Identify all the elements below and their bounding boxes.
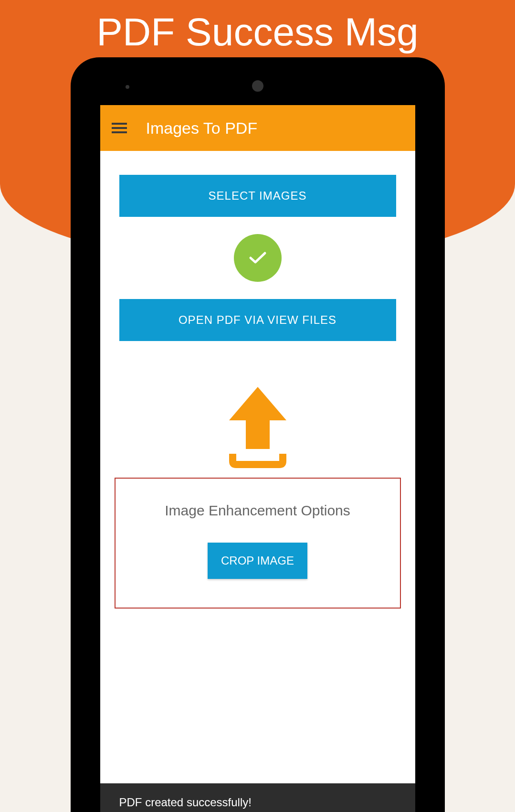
main-content: SELECT IMAGES OPEN PDF VIA VIEW FILES Im… — [100, 151, 415, 609]
phone-frame: Images To PDF SELECT IMAGES OPEN PDF VIA… — [71, 57, 445, 812]
checkmark-icon — [248, 251, 267, 265]
success-toast: PDF created successfully! — [100, 783, 415, 812]
select-images-button[interactable]: SELECT IMAGES — [119, 175, 396, 217]
promo-title: PDF Success Msg — [96, 10, 418, 54]
enhancement-options-box: Image Enhancement Options CROP IMAGE — [115, 478, 401, 609]
app-bar: Images To PDF — [100, 105, 415, 151]
enhancement-title: Image Enhancement Options — [125, 502, 390, 519]
app-screen: Images To PDF SELECT IMAGES OPEN PDF VIA… — [100, 105, 415, 812]
upload-arrow-icon — [220, 387, 296, 468]
app-title: Images To PDF — [146, 119, 258, 138]
crop-image-button[interactable]: CROP IMAGE — [208, 543, 307, 579]
phone-sensor-dot — [126, 85, 129, 89]
hamburger-menu-icon[interactable] — [112, 123, 127, 133]
phone-camera-dot — [252, 80, 263, 92]
open-pdf-button[interactable]: OPEN PDF VIA VIEW FILES — [119, 299, 396, 341]
success-indicator — [234, 234, 282, 282]
